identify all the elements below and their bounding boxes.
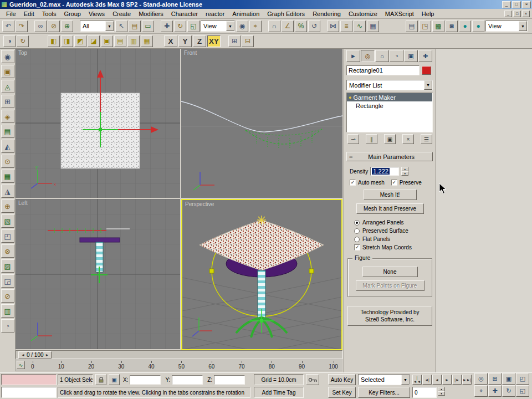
radio-option[interactable]: Arranged Panels	[354, 219, 433, 226]
absolute-offset-toggle[interactable]: ▣	[109, 374, 120, 385]
stack-tool-icon[interactable]: ☰	[421, 134, 432, 144]
playback-button[interactable]: |◄◄	[412, 375, 422, 385]
object-color-swatch[interactable]	[422, 66, 431, 75]
spinner-up-icon[interactable]: ▴	[401, 167, 408, 171]
current-frame-field[interactable]: 0	[412, 387, 437, 398]
link-icon[interactable]: ⊘	[48, 21, 60, 32]
radio-circle-icon[interactable]	[354, 228, 360, 234]
coordinate-field[interactable]	[130, 375, 161, 385]
link-icon[interactable]: ⊕	[61, 21, 73, 32]
radio-option[interactable]: Flat Panels	[354, 236, 433, 242]
snap-toggle-icon[interactable]: ↺	[308, 21, 320, 32]
frame-spinner[interactable]: ▴ ▾	[438, 387, 445, 398]
nav-mode-icon[interactable]: ◑	[3, 35, 16, 47]
window-control-button[interactable]: _	[502, 1, 511, 8]
reactor-tool-icon[interactable]: ▧	[1, 214, 14, 228]
maxscript-mini-listener-white[interactable]	[1, 387, 57, 398]
command-panel-tab-icon[interactable]: ✚	[418, 50, 432, 62]
render-tool-icon[interactable]: ▩	[432, 21, 444, 32]
radio-circle-icon[interactable]	[354, 237, 360, 242]
render-tool-icon[interactable]: ◙	[446, 21, 458, 32]
render-view-combo[interactable]: View ▼	[485, 21, 528, 32]
viewport-label[interactable]: Top	[18, 50, 27, 56]
command-panel-tab-icon[interactable]: ◎	[361, 50, 375, 62]
stack-tool-icon[interactable]: ▣	[384, 134, 396, 144]
selection-lock-button[interactable]	[95, 374, 106, 385]
reactor-tool-icon[interactable]: ⊞	[1, 95, 14, 108]
reactor-tool-icon[interactable]: ▨	[1, 259, 14, 273]
chevron-down-icon[interactable]: ▼	[226, 21, 234, 31]
density-field[interactable]: 1.222	[370, 167, 399, 176]
menu-item[interactable]: Rendering	[309, 10, 345, 18]
link-icon[interactable]: ∞	[34, 21, 47, 32]
utility-tool-icon[interactable]: ▦	[367, 21, 379, 32]
playback-button[interactable]: ◄	[432, 375, 442, 385]
document-window-control[interactable]: _	[504, 11, 512, 17]
coordinate-field[interactable]	[214, 375, 245, 385]
snap-mode-icon[interactable]: ▥	[127, 35, 140, 47]
mesh-it-and-preserve-button[interactable]: Mesh It and Preserve	[356, 203, 424, 214]
chevron-down-icon[interactable]: ▼	[519, 21, 527, 31]
command-panel-tab-icon[interactable]: ▣	[404, 50, 418, 62]
set-key-button[interactable]: Set Key	[328, 387, 356, 398]
stack-tool-icon[interactable]: ×	[402, 134, 414, 144]
transform-tool-icon[interactable]: ↻	[174, 21, 186, 32]
axis-constraint-button[interactable]: Z	[193, 35, 206, 47]
track-bar[interactable]: ∿ 0102030405060708090100	[16, 359, 342, 371]
quick-render-icon[interactable]: ●	[472, 21, 484, 32]
extra-tool-icon[interactable]: ⊞	[228, 35, 241, 47]
reactor-tool-icon[interactable]: ▤	[1, 125, 14, 138]
viewport-label[interactable]: Left	[18, 200, 28, 206]
reactor-tool-icon[interactable]: ◔	[1, 319, 14, 332]
menu-item[interactable]: Edit	[20, 10, 38, 18]
preserve-checkbox[interactable]: ✓	[391, 180, 397, 186]
document-window-control[interactable]: □	[513, 11, 521, 17]
time-slider-handle[interactable]: ◄ 0 / 100 ►	[18, 351, 52, 359]
viewport-label[interactable]: Front	[184, 50, 197, 56]
snap-mode-icon[interactable]: ▤	[114, 35, 126, 47]
reactor-tool-icon[interactable]: ◭	[1, 140, 14, 153]
quick-render-icon[interactable]: ●	[459, 21, 471, 32]
menu-item[interactable]: Group	[60, 10, 85, 18]
playback-button[interactable]: ►	[442, 375, 452, 385]
menu-item[interactable]: Modifiers	[135, 10, 167, 18]
reactor-tool-icon[interactable]: ⊕	[1, 200, 14, 213]
menu-item[interactable]: Graph Editors	[263, 10, 309, 18]
playback-button[interactable]: ►►|	[462, 375, 472, 385]
viewport-front[interactable]: Front	[181, 49, 342, 198]
utility-tool-icon[interactable]: ∿	[354, 21, 366, 32]
auto-mesh-checkbox[interactable]: ✓	[350, 180, 356, 186]
undo-redo-icon[interactable]: ↶	[2, 21, 14, 32]
viewport-nav-icon[interactable]: ⌖	[474, 385, 488, 397]
extra-tool-icon[interactable]: ⊟	[242, 35, 254, 47]
figure-none-button[interactable]: None	[362, 267, 418, 277]
snap-mode-icon[interactable]: ◧	[48, 35, 60, 47]
key-filters-button[interactable]: Key Filters...	[358, 387, 410, 398]
stretch-map-checkbox[interactable]: ✓	[354, 244, 360, 250]
utility-tool-icon[interactable]: ⋈	[327, 21, 339, 32]
menu-item[interactable]: MAXScript	[381, 10, 418, 18]
menu-item[interactable]: Create	[109, 10, 135, 18]
command-panel-tab-icon[interactable]: ◔	[390, 50, 403, 62]
playback-button[interactable]: |►	[452, 375, 462, 385]
command-panel-tab-icon[interactable]: ►	[346, 50, 360, 62]
undo-redo-icon[interactable]: ↷	[16, 21, 28, 32]
snap-mode-icon[interactable]: ◨	[61, 35, 73, 47]
viewport-label[interactable]: Perspective	[185, 201, 214, 207]
spinner-down-icon[interactable]: ▾	[438, 391, 445, 396]
menu-item[interactable]: reactor	[202, 10, 228, 18]
chevron-down-icon[interactable]: ▼	[424, 80, 432, 90]
window-control-button[interactable]: ×	[522, 1, 531, 8]
reactor-tool-icon[interactable]: ◬	[1, 80, 14, 93]
snap-mode-icon[interactable]: ▦	[141, 35, 153, 47]
viewport-perspective-active[interactable]: Perspective	[181, 199, 342, 350]
lightbulb-icon[interactable]: ●	[349, 95, 351, 100]
selection-filter-combo[interactable]: All ▼	[80, 21, 114, 32]
pivot-center-icon[interactable]: ⌖	[249, 21, 262, 32]
playback-button[interactable]: ◄|	[422, 375, 432, 385]
mesh-it-button[interactable]: Mesh It!	[364, 190, 417, 200]
prev-frame-arrow-icon[interactable]: ◄	[21, 353, 25, 357]
reactor-tool-icon[interactable]: ▣	[1, 65, 14, 78]
modifier-stack-item-base[interactable]: Rectangle	[347, 101, 432, 110]
radio-option[interactable]: Preserved Surface	[354, 228, 433, 234]
